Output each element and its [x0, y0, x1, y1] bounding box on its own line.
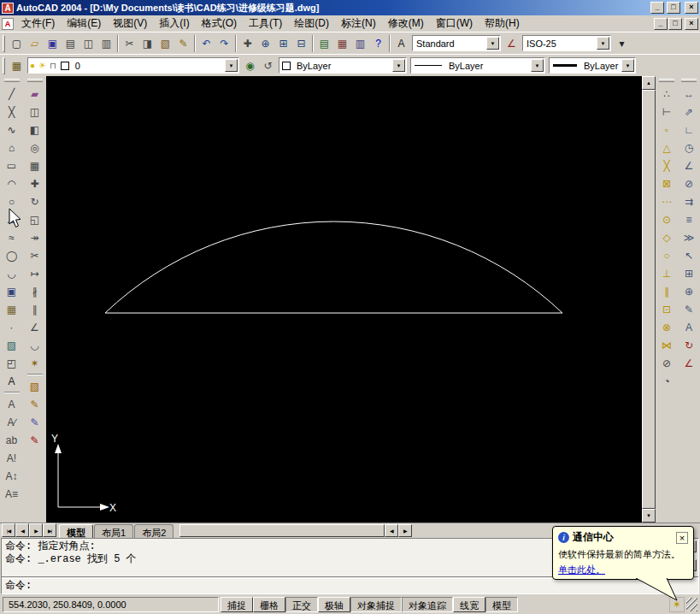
snap-none-icon[interactable]: ⊘	[658, 354, 676, 372]
dim-style-icon[interactable]: ∠	[503, 34, 521, 52]
window-minimize-button[interactable]: _	[650, 2, 664, 14]
drawn-arc-entity[interactable]	[105, 221, 562, 313]
break-at-point-icon[interactable]: ∦	[26, 282, 44, 300]
snap-endpoint-icon[interactable]: ▫	[658, 121, 676, 139]
chamfer-icon[interactable]: ∠	[26, 318, 44, 336]
menu-help[interactable]: 帮助(H)	[479, 15, 526, 32]
scale-text-icon[interactable]: A↕	[3, 467, 21, 485]
layout-tab-layout1[interactable]: 布局1	[94, 524, 133, 538]
erase-icon[interactable]: ▰	[26, 85, 44, 103]
osnap-settings-icon[interactable]: ◔	[658, 372, 676, 390]
layout-tab-model[interactable]: 模型	[59, 524, 93, 538]
edit-text-icon[interactable]: A∕	[3, 413, 21, 431]
copy-clip-icon[interactable]: ◨	[138, 34, 156, 52]
insert-block-icon[interactable]: ▣	[3, 282, 21, 300]
menu-file[interactable]: 文件(F)	[15, 15, 61, 32]
snap-insert-icon[interactable]: ⊡	[658, 300, 676, 318]
extend-icon[interactable]: ↦	[26, 264, 44, 282]
status-toggle-osnap[interactable]: 对象捕捉	[350, 597, 402, 612]
polyline-icon[interactable]: ∿	[3, 121, 21, 139]
zoom-window-icon[interactable]: ⊞	[274, 34, 292, 52]
text-style-small-icon[interactable]: A!	[3, 449, 21, 467]
menu-tools[interactable]: 工具(T)	[243, 15, 288, 32]
combo-arrow-icon[interactable]: ▼	[486, 37, 499, 50]
layer-previous-icon[interactable]: ↺	[259, 56, 277, 74]
scroll-left-button[interactable]: ◀	[385, 524, 398, 537]
window-close-button[interactable]: ×	[685, 2, 698, 14]
combo-arrow-icon[interactable]: ▼	[597, 37, 609, 50]
layer-on-bulb-icon[interactable]: ●	[30, 62, 35, 70]
quick-leader-icon[interactable]: ↖	[680, 246, 698, 264]
ellipse-icon[interactable]: ◯	[3, 246, 21, 264]
qnew-icon[interactable]: ▢	[8, 34, 26, 52]
combo-arrow-icon[interactable]: ▼	[225, 59, 238, 72]
make-object-layer-current-icon[interactable]: ◉	[241, 56, 259, 74]
document-restore-button[interactable]: □	[668, 18, 682, 30]
plot-preview-icon[interactable]: ◫	[79, 34, 97, 52]
pan-realtime-icon[interactable]: ✚	[238, 34, 256, 52]
tab-first-button[interactable]: |◀	[2, 523, 15, 537]
menu-view[interactable]: 视图(V)	[107, 15, 153, 32]
menu-window[interactable]: 窗口(W)	[430, 15, 479, 32]
menu-modify[interactable]: 修改(M)	[382, 15, 430, 32]
center-mark-icon[interactable]: ⊕	[680, 282, 698, 300]
tab-previous-button[interactable]: ◀	[15, 523, 29, 537]
polyline-edit-icon[interactable]: ✎	[26, 395, 44, 413]
explode-icon[interactable]: ✶	[26, 354, 44, 372]
snap-parallel-icon[interactable]: ∥	[658, 282, 676, 300]
dim-style-mini-icon[interactable]: ∠	[680, 354, 698, 372]
toolbar-grip[interactable]	[3, 35, 5, 52]
command-prompt[interactable]: 命令:	[2, 579, 698, 593]
menu-dimension[interactable]: 标注(N)	[335, 15, 382, 32]
toolbar-overflow-arrow-icon[interactable]: ▾	[613, 34, 631, 52]
mirror-icon[interactable]: ◧	[26, 121, 44, 139]
scroll-up-button[interactable]: ▲	[642, 76, 656, 90]
trim-icon[interactable]: ✂	[26, 246, 44, 264]
toolbar-grip[interactable]	[27, 79, 43, 82]
polygon-icon[interactable]: ⌂	[3, 139, 21, 156]
array-icon[interactable]: ▦	[26, 156, 44, 174]
menu-format[interactable]: 格式(O)	[196, 15, 243, 32]
offset-icon[interactable]: ◎	[26, 139, 44, 156]
dim-update-icon[interactable]: ↻	[680, 336, 698, 354]
circle-icon[interactable]: ○	[3, 192, 21, 210]
tab-next-button[interactable]: ▶	[29, 523, 43, 537]
window-resize-grip[interactable]	[686, 598, 697, 611]
drawing-file-icon[interactable]: A	[2, 18, 14, 30]
layer-freeze-sun-icon[interactable]: ☀	[38, 62, 46, 70]
autocad-app-icon[interactable]: A	[2, 3, 14, 14]
break-icon[interactable]: ∥	[26, 300, 44, 318]
vertical-scrollbar[interactable]: ▲ ▼	[642, 76, 656, 522]
find-replace-icon[interactable]: ab	[3, 431, 21, 449]
help-icon[interactable]: ?	[369, 34, 387, 52]
document-minimize-button[interactable]: _	[654, 18, 668, 30]
fillet-icon[interactable]: ◡	[26, 336, 44, 354]
quick-dimension-icon[interactable]: ⇉	[680, 192, 698, 210]
zoom-realtime-icon[interactable]: ⊕	[256, 34, 274, 52]
dim-baseline-icon[interactable]: ≡	[680, 210, 698, 228]
status-toggle-grid[interactable]: 栅格	[253, 597, 285, 612]
menu-insert[interactable]: 插入(I)	[153, 15, 195, 32]
plot-icon[interactable]: ▤	[62, 34, 79, 52]
dim-text-edit-icon[interactable]: A	[680, 318, 698, 336]
mtext-icon[interactable]: A	[3, 372, 21, 390]
horizontal-scroll-thumb[interactable]	[179, 524, 385, 537]
dim-ordinate-icon[interactable]: ∟	[680, 121, 698, 139]
dim-radius-icon[interactable]: ◷	[680, 139, 698, 156]
publish-icon[interactable]: ▥	[97, 34, 115, 52]
linetype-combo[interactable]: ByLayer ▼	[410, 57, 545, 74]
drawing-area[interactable]: Y X	[46, 76, 642, 522]
designcenter-icon[interactable]: ▦	[333, 34, 351, 52]
paste-icon[interactable]: ▧	[156, 34, 174, 52]
lineweight-combo[interactable]: ByLayer ▼	[549, 57, 636, 74]
layer-lock-icon[interactable]: ⊓	[50, 62, 56, 70]
toolbar-grip[interactable]	[659, 79, 674, 82]
layer-properties-manager-icon[interactable]: ▦	[8, 56, 26, 74]
arc-icon[interactable]: ◠	[3, 174, 21, 192]
snap-apparent-intersection-icon[interactable]: ⊠	[658, 174, 676, 192]
coordinate-display[interactable]: 554.2030, 250.8409, 0.0000	[3, 597, 219, 612]
line-icon[interactable]: ╱	[3, 85, 21, 103]
ellipse-arc-icon[interactable]: ◡	[3, 264, 21, 282]
scale-icon[interactable]: ◱	[26, 210, 44, 228]
multiline-edit-icon[interactable]: ✎	[26, 431, 44, 449]
